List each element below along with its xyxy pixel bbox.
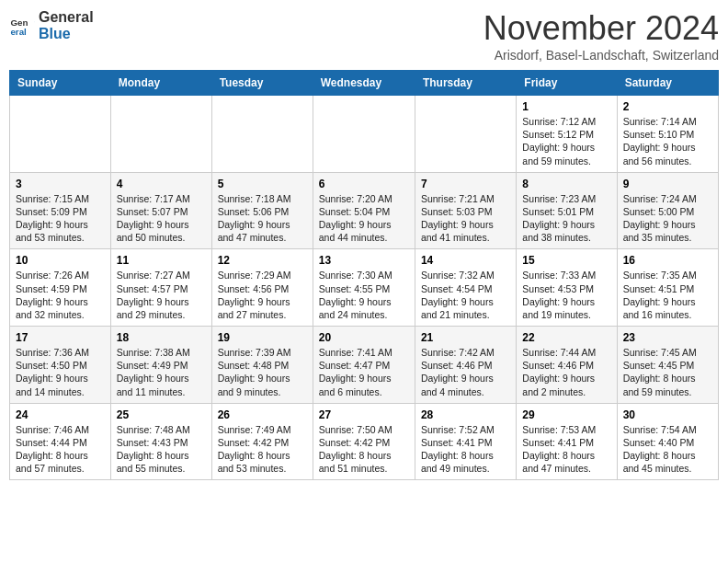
calendar-cell	[211, 96, 313, 173]
calendar-cell: 3Sunrise: 7:15 AM Sunset: 5:09 PM Daylig…	[10, 172, 111, 249]
calendar-cell: 5Sunrise: 7:18 AM Sunset: 5:06 PM Daylig…	[211, 172, 313, 249]
day-number: 2	[623, 100, 712, 113]
day-number: 13	[319, 254, 409, 267]
col-header-monday: Monday	[110, 71, 211, 96]
day-number: 23	[623, 331, 712, 344]
col-header-sunday: Sunday	[10, 71, 111, 96]
day-info: Sunrise: 7:35 AM Sunset: 4:51 PM Dayligh…	[623, 269, 712, 321]
day-info: Sunrise: 7:20 AM Sunset: 5:04 PM Dayligh…	[319, 192, 409, 245]
day-info: Sunrise: 7:14 AM Sunset: 5:10 PM Dayligh…	[623, 115, 712, 167]
day-info: Sunrise: 7:39 AM Sunset: 4:48 PM Dayligh…	[218, 346, 307, 398]
calendar-cell: 18Sunrise: 7:38 AM Sunset: 4:49 PM Dayli…	[110, 327, 211, 404]
col-header-saturday: Saturday	[617, 71, 718, 96]
day-number: 25	[117, 408, 206, 421]
calendar-cell	[10, 96, 111, 173]
calendar-week-row: 10Sunrise: 7:26 AM Sunset: 4:59 PM Dayli…	[10, 249, 719, 327]
col-header-thursday: Thursday	[415, 71, 516, 96]
day-number: 4	[117, 178, 206, 190]
day-info: Sunrise: 7:18 AM Sunset: 5:06 PM Dayligh…	[218, 192, 307, 245]
calendar-cell: 26Sunrise: 7:49 AM Sunset: 4:42 PM Dayli…	[211, 403, 313, 480]
day-info: Sunrise: 7:24 AM Sunset: 5:00 PM Dayligh…	[623, 192, 712, 245]
day-number: 19	[218, 331, 307, 344]
calendar-cell	[110, 96, 211, 173]
day-info: Sunrise: 7:15 AM Sunset: 5:09 PM Dayligh…	[16, 192, 105, 245]
svg-marker-2	[29, 16, 35, 22]
logo-text-line2: Blue	[39, 26, 94, 42]
calendar-cell: 28Sunrise: 7:52 AM Sunset: 4:41 PM Dayli…	[415, 403, 516, 480]
calendar-cell: 30Sunrise: 7:54 AM Sunset: 4:40 PM Dayli…	[617, 403, 718, 480]
calendar-table: SundayMondayTuesdayWednesdayThursdayFrid…	[9, 70, 719, 480]
calendar-cell: 17Sunrise: 7:36 AM Sunset: 4:50 PM Dayli…	[10, 327, 111, 404]
logo-text-line1: General	[39, 9, 94, 26]
day-info: Sunrise: 7:30 AM Sunset: 4:55 PM Dayligh…	[319, 269, 409, 321]
logo-icon: Gen eral	[9, 13, 35, 39]
day-info: Sunrise: 7:38 AM Sunset: 4:49 PM Dayligh…	[117, 346, 206, 398]
header: Gen eral General Blue November 2024 Aris…	[9, 9, 719, 63]
day-number: 11	[117, 254, 206, 267]
calendar-cell	[313, 96, 415, 173]
day-number: 8	[522, 178, 610, 190]
calendar-cell: 2Sunrise: 7:14 AM Sunset: 5:10 PM Daylig…	[617, 96, 718, 173]
col-header-friday: Friday	[517, 71, 617, 96]
day-info: Sunrise: 7:42 AM Sunset: 4:46 PM Dayligh…	[421, 346, 510, 398]
day-info: Sunrise: 7:49 AM Sunset: 4:42 PM Dayligh…	[218, 423, 307, 476]
day-number: 9	[623, 178, 712, 190]
day-number: 12	[218, 254, 307, 267]
day-info: Sunrise: 7:48 AM Sunset: 4:43 PM Dayligh…	[117, 423, 206, 476]
calendar-cell: 21Sunrise: 7:42 AM Sunset: 4:46 PM Dayli…	[415, 327, 516, 404]
day-info: Sunrise: 7:54 AM Sunset: 4:40 PM Dayligh…	[623, 423, 712, 476]
calendar-cell: 10Sunrise: 7:26 AM Sunset: 4:59 PM Dayli…	[10, 249, 111, 327]
day-number: 30	[623, 408, 712, 421]
month-title: November 2024	[483, 9, 719, 48]
calendar-cell: 1Sunrise: 7:12 AM Sunset: 5:12 PM Daylig…	[517, 96, 617, 173]
day-info: Sunrise: 7:23 AM Sunset: 5:01 PM Dayligh…	[522, 192, 610, 245]
day-number: 1	[522, 100, 610, 113]
day-number: 15	[522, 254, 610, 267]
day-info: Sunrise: 7:50 AM Sunset: 4:42 PM Dayligh…	[319, 423, 409, 476]
day-number: 28	[421, 408, 510, 421]
calendar-cell: 14Sunrise: 7:32 AM Sunset: 4:54 PM Dayli…	[415, 249, 516, 327]
calendar-week-row: 1Sunrise: 7:12 AM Sunset: 5:12 PM Daylig…	[10, 96, 719, 173]
col-header-wednesday: Wednesday	[313, 71, 415, 96]
day-number: 29	[522, 408, 610, 421]
calendar-cell: 11Sunrise: 7:27 AM Sunset: 4:57 PM Dayli…	[110, 249, 211, 327]
calendar-cell: 4Sunrise: 7:17 AM Sunset: 5:07 PM Daylig…	[110, 172, 211, 249]
day-number: 3	[16, 178, 105, 190]
day-number: 5	[218, 178, 307, 190]
day-info: Sunrise: 7:33 AM Sunset: 4:53 PM Dayligh…	[522, 269, 610, 321]
calendar-cell	[415, 96, 516, 173]
calendar-week-row: 17Sunrise: 7:36 AM Sunset: 4:50 PM Dayli…	[10, 327, 719, 404]
calendar-cell: 19Sunrise: 7:39 AM Sunset: 4:48 PM Dayli…	[211, 327, 313, 404]
day-info: Sunrise: 7:45 AM Sunset: 4:45 PM Dayligh…	[623, 346, 712, 398]
day-number: 26	[218, 408, 307, 421]
day-info: Sunrise: 7:26 AM Sunset: 4:59 PM Dayligh…	[16, 269, 105, 321]
svg-text:eral: eral	[10, 26, 27, 36]
day-info: Sunrise: 7:21 AM Sunset: 5:03 PM Dayligh…	[421, 192, 510, 245]
day-info: Sunrise: 7:46 AM Sunset: 4:44 PM Dayligh…	[16, 423, 105, 476]
day-number: 22	[522, 331, 610, 344]
day-number: 7	[421, 178, 510, 190]
calendar-cell: 15Sunrise: 7:33 AM Sunset: 4:53 PM Dayli…	[517, 249, 617, 327]
title-area: November 2024 Arisdorf, Basel-Landschaft…	[483, 9, 719, 63]
col-header-tuesday: Tuesday	[211, 71, 313, 96]
day-info: Sunrise: 7:17 AM Sunset: 5:07 PM Dayligh…	[117, 192, 206, 245]
svg-marker-3	[28, 17, 35, 24]
calendar-header-row: SundayMondayTuesdayWednesdayThursdayFrid…	[10, 71, 719, 96]
day-info: Sunrise: 7:29 AM Sunset: 4:56 PM Dayligh…	[218, 269, 307, 321]
day-info: Sunrise: 7:27 AM Sunset: 4:57 PM Dayligh…	[117, 269, 206, 321]
day-info: Sunrise: 7:52 AM Sunset: 4:41 PM Dayligh…	[421, 423, 510, 476]
calendar-cell: 22Sunrise: 7:44 AM Sunset: 4:46 PM Dayli…	[517, 327, 617, 404]
calendar-cell: 20Sunrise: 7:41 AM Sunset: 4:47 PM Dayli…	[313, 327, 415, 404]
day-number: 10	[16, 254, 105, 267]
calendar-cell: 12Sunrise: 7:29 AM Sunset: 4:56 PM Dayli…	[211, 249, 313, 327]
day-number: 17	[16, 331, 105, 344]
calendar-cell: 9Sunrise: 7:24 AM Sunset: 5:00 PM Daylig…	[617, 172, 718, 249]
calendar-cell: 8Sunrise: 7:23 AM Sunset: 5:01 PM Daylig…	[517, 172, 617, 249]
calendar-cell: 13Sunrise: 7:30 AM Sunset: 4:55 PM Dayli…	[313, 249, 415, 327]
day-info: Sunrise: 7:32 AM Sunset: 4:54 PM Dayligh…	[421, 269, 510, 321]
day-number: 24	[16, 408, 105, 421]
calendar-cell: 6Sunrise: 7:20 AM Sunset: 5:04 PM Daylig…	[313, 172, 415, 249]
day-number: 16	[623, 254, 712, 267]
calendar-cell: 7Sunrise: 7:21 AM Sunset: 5:03 PM Daylig…	[415, 172, 516, 249]
day-info: Sunrise: 7:12 AM Sunset: 5:12 PM Dayligh…	[522, 115, 610, 167]
